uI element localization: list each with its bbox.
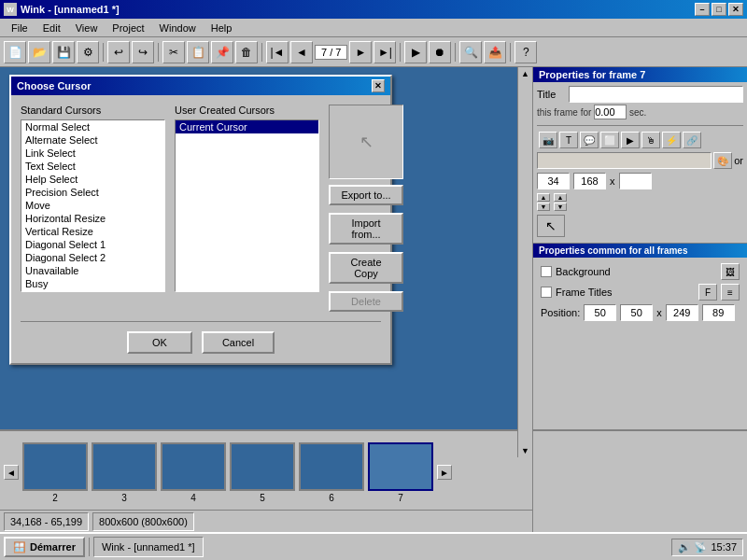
down-arrow-2[interactable]: ▼ (554, 203, 567, 211)
settings-button[interactable]: ⚙ (77, 41, 99, 63)
list-item-help[interactable]: Help Select (21, 173, 164, 186)
frame-titles-checkbox[interactable] (541, 287, 552, 298)
list-item-vresize[interactable]: Vertical Resize (21, 225, 164, 238)
taskbar-icons: 🔊 📡 (678, 541, 707, 553)
undo-button[interactable]: ↩ (107, 41, 130, 63)
thumb-num-3: 3 (121, 493, 127, 503)
coord-y-input[interactable]: 168 (573, 173, 606, 189)
frame-icon-6[interactable]: 🖱 (641, 132, 660, 148)
delete-button[interactable]: 🗑 (235, 41, 258, 63)
pos-y-input[interactable]: 50 (620, 304, 653, 321)
frame-titles-align-btn[interactable]: ≡ (721, 284, 740, 301)
thumb-num-2: 2 (52, 493, 58, 503)
frame-titles-row: Frame Titles F ≡ (537, 282, 743, 302)
list-item-hresize[interactable]: Horizontal Resize (21, 212, 164, 225)
thumb-num-4: 4 (190, 493, 196, 503)
background-icon-btn[interactable]: 🖼 (721, 263, 740, 280)
frame-icon-1[interactable]: 📷 (539, 132, 557, 148)
delete-button[interactable]: Delete (329, 291, 403, 312)
coord-w-input[interactable] (619, 173, 652, 189)
thumb-2[interactable]: 2 (22, 442, 88, 503)
frame-icon-8[interactable]: 🔗 (683, 132, 701, 148)
pos-x-input[interactable]: 50 (584, 304, 616, 321)
create-copy-button[interactable]: Create Copy (329, 252, 403, 284)
save-button[interactable]: 💾 (52, 41, 75, 63)
ok-button[interactable]: OK (127, 331, 192, 354)
new-button[interactable]: 📄 (4, 41, 26, 63)
thumb-6[interactable]: 6 (299, 442, 364, 503)
minimize-button[interactable]: – (695, 3, 710, 16)
thumb-3[interactable]: 3 (92, 442, 157, 503)
paste-button[interactable]: 📌 (211, 41, 233, 63)
frame-icon-3[interactable]: 💬 (580, 132, 599, 148)
prev-frame-button[interactable]: ◄ (290, 41, 313, 63)
import-button[interactable]: Import from... (329, 213, 403, 245)
status-dims: 747x560 (747x560) (92, 512, 194, 531)
frame-icon-7[interactable]: ⚡ (662, 132, 681, 148)
dialog-close-button[interactable]: ✕ (372, 79, 385, 92)
help-button[interactable]: ? (514, 41, 537, 63)
duration-input[interactable] (594, 105, 627, 119)
maximize-button[interactable]: □ (712, 3, 726, 16)
standard-cursors-list[interactable]: Normal Select Alternate Select Link Sele… (21, 119, 165, 292)
menu-project[interactable]: Project (105, 21, 151, 35)
title-input[interactable] (569, 86, 743, 103)
background-checkbox[interactable] (541, 266, 552, 277)
menu-edit[interactable]: Edit (35, 21, 68, 35)
list-item-unavail[interactable]: Unavailable (21, 264, 164, 277)
list-item-link[interactable]: Link Select (21, 147, 164, 160)
thumb-scroll-right[interactable]: ► (437, 465, 452, 480)
thumb-7[interactable]: 7 (368, 442, 433, 503)
zoom-button[interactable]: 🔍 (459, 41, 482, 63)
cancel-button[interactable]: Cancel (202, 331, 275, 354)
first-frame-button[interactable]: |◄ (266, 41, 289, 63)
pos-h-input[interactable]: 89 (702, 304, 735, 321)
list-item-precision[interactable]: Precision Select (21, 186, 164, 199)
play-button[interactable]: ▶ (404, 41, 427, 63)
menu-view[interactable]: View (68, 21, 106, 35)
thumb-scroll-left[interactable]: ◄ (4, 465, 19, 480)
open-button[interactable]: 📂 (28, 41, 50, 63)
coord-x-input[interactable]: 34 (537, 173, 570, 189)
user-cursors-list[interactable]: Current Cursor (175, 119, 319, 292)
up-arrow-2[interactable]: ▲ (554, 193, 567, 202)
close-button[interactable]: ✕ (728, 3, 743, 16)
down-arrow-1[interactable]: ▼ (537, 203, 550, 211)
scrollbar[interactable]: ▲ ▼ (517, 67, 532, 457)
menu-file[interactable]: File (4, 21, 35, 35)
separator-1 (103, 43, 104, 62)
export-button[interactable]: Export to... (329, 185, 403, 205)
next-frame-button[interactable]: ► (349, 41, 372, 63)
record-button[interactable]: ⏺ (429, 41, 451, 63)
list-item-current[interactable]: Current Cursor (176, 120, 318, 133)
frame-icon-4[interactable]: ⬜ (600, 132, 619, 148)
pos-w-input[interactable]: 249 (666, 304, 698, 321)
menu-help[interactable]: Help (204, 21, 240, 35)
user-cursors-col: User Created Cursors Current Cursor (175, 105, 319, 314)
list-item-normal[interactable]: Normal Select (21, 120, 164, 133)
thumb-4[interactable]: 4 (161, 442, 226, 503)
frame-icon-5[interactable]: ▶ (621, 132, 640, 148)
list-item-text[interactable]: Text Select (21, 160, 164, 173)
cut-button[interactable]: ✂ (162, 41, 185, 63)
frame-icon-2[interactable]: T (559, 132, 578, 148)
last-frame-button[interactable]: ►| (374, 41, 396, 63)
start-button[interactable]: 🪟 Démarrer (4, 537, 85, 557)
list-item-busy[interactable]: Busy (21, 277, 164, 290)
taskbar-wink[interactable]: Wink - [unnamed1 *] (93, 537, 204, 557)
menu-window[interactable]: Window (152, 21, 204, 35)
color-icon[interactable]: 🎨 (713, 152, 732, 169)
list-item-diag1[interactable]: Diagonal Select 1 (21, 238, 164, 251)
common-props-content: Background 🖼 Frame Titles F ≡ Position: … (533, 258, 747, 327)
status-bar: 34,168 - 65,199 747x560 (747x560) (0, 510, 532, 532)
frame-titles-f-btn[interactable]: F (698, 284, 717, 301)
list-item-diag2[interactable]: Diagonal Select 2 (21, 251, 164, 264)
redo-button[interactable]: ↪ (132, 41, 154, 63)
list-item-alternate[interactable]: Alternate Select (21, 133, 164, 147)
list-item-move[interactable]: Move (21, 199, 164, 212)
list-item-work[interactable]: Work in Background (21, 290, 164, 292)
thumb-5[interactable]: 5 (230, 442, 295, 503)
up-arrow-1[interactable]: ▲ (537, 193, 550, 202)
copy-button[interactable]: 📋 (187, 41, 209, 63)
export-button[interactable]: 📤 (484, 41, 506, 63)
